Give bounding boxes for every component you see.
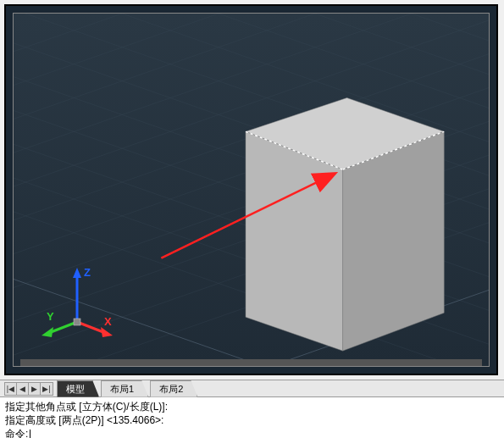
- tab-nav-next[interactable]: ▶: [29, 383, 41, 395]
- svg-text:Y: Y: [47, 310, 54, 323]
- svg-rect-40: [74, 319, 80, 325]
- viewport-container: Z X Y: [4, 4, 498, 375]
- svg-line-9: [14, 14, 489, 114]
- svg-line-12: [14, 47, 489, 284]
- ucs-axis-widget: Z X Y: [35, 264, 119, 341]
- svg-line-11: [14, 14, 489, 250]
- layout-tabs-bar: |◀ ◀ ▶ ▶| 模型 布局1 布局2: [0, 380, 504, 396]
- svg-marker-38: [42, 327, 53, 337]
- svg-text:X: X: [104, 315, 112, 328]
- text-cursor: [30, 430, 30, 438]
- horizontal-scrollbar[interactable]: [20, 359, 482, 366]
- command-history-line: 指定高度或 [两点(2P)] <135.4066>:: [5, 413, 499, 427]
- tab-model[interactable]: 模型: [57, 380, 99, 397]
- svg-line-1: [14, 47, 489, 284]
- svg-line-19: [14, 14, 489, 148]
- svg-line-7: [14, 14, 489, 182]
- viewport[interactable]: Z X Y: [13, 13, 490, 367]
- svg-line-18: [14, 14, 489, 182]
- svg-text:Z: Z: [84, 266, 91, 279]
- tab-nav-prev[interactable]: ◀: [17, 383, 29, 395]
- tab-nav-last[interactable]: ▶|: [41, 383, 53, 395]
- svg-line-21: [14, 14, 489, 81]
- svg-line-10: [14, 14, 489, 81]
- command-prompt: 命令:: [5, 427, 499, 438]
- tab-nav-first[interactable]: |◀: [5, 383, 17, 395]
- tab-layout1[interactable]: 布局1: [101, 380, 148, 397]
- svg-marker-35: [101, 327, 113, 337]
- svg-marker-32: [73, 268, 81, 278]
- svg-line-8: [14, 14, 489, 148]
- svg-line-0: [14, 14, 489, 250]
- command-line-area[interactable]: 指定其他角点或 [立方体(C)/长度(L)]: 指定高度或 [两点(2P)] <…: [0, 396, 504, 438]
- tab-nav-buttons: |◀ ◀ ▶ ▶|: [4, 382, 53, 396]
- svg-line-17: [14, 14, 489, 216]
- svg-line-6: [14, 14, 489, 216]
- svg-line-20: [14, 14, 489, 114]
- command-history-line: 指定其他角点或 [立方体(C)/长度(L)]:: [5, 400, 499, 413]
- tab-layout2[interactable]: 布局2: [150, 380, 197, 397]
